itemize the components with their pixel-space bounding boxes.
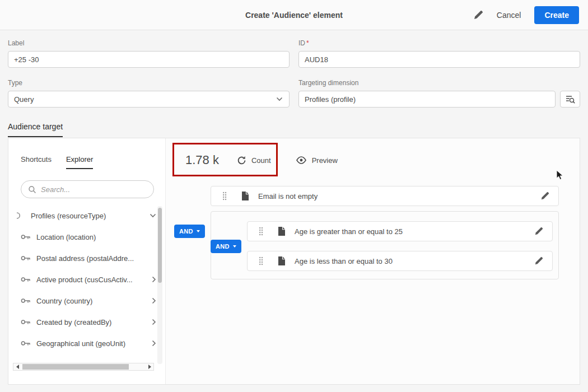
page-title: Create 'Audience' element: [245, 11, 343, 20]
type-field-group: Type: [8, 79, 290, 108]
preview-button[interactable]: Preview: [296, 156, 338, 165]
horizontal-scrollbar-thumb[interactable]: [22, 364, 129, 370]
operator-and-inner[interactable]: AND: [211, 240, 241, 253]
type-select-value[interactable]: [8, 91, 290, 108]
targeting-field-group: Targeting dimension: [298, 79, 580, 108]
create-audience-dialog: Create 'Audience' element Cancel Create …: [0, 0, 588, 392]
drag-handle-icon[interactable]: [259, 256, 263, 265]
tree-item-created-by[interactable]: Created by (createdBy): [8, 311, 165, 333]
tree-item-location[interactable]: Location (location): [8, 226, 165, 248]
count-value: 1.78 k: [185, 153, 219, 167]
tree-item-country[interactable]: Country (country): [8, 290, 165, 311]
pencil-icon: [534, 227, 543, 236]
query-builder: 1.78 k Count Preview Email is not empty: [166, 138, 580, 384]
condition-document-icon: [278, 256, 286, 265]
operator-and-outer[interactable]: AND: [174, 225, 205, 238]
required-asterisk: *: [306, 39, 309, 47]
scroll-right-arrow[interactable]: [146, 363, 153, 370]
tree-item-postal-address[interactable]: Postal address (postalAddre...: [8, 248, 165, 269]
eye-icon: [296, 156, 307, 164]
attribute-link-icon: [21, 276, 31, 283]
id-label-text: ID: [298, 39, 305, 47]
tab-explorer[interactable]: Explorer: [66, 155, 93, 169]
chevron-right-icon[interactable]: [152, 276, 156, 283]
condition-document-icon: [241, 192, 249, 200]
type-field-label: Type: [8, 79, 290, 87]
form: Label ID* Type Targeting dimension: [8, 30, 580, 108]
count-button[interactable]: Count: [237, 156, 271, 165]
attribute-link-icon: [21, 340, 31, 347]
count-row: 1.78 k Count Preview: [185, 151, 338, 170]
tree-item-label: Profiles (resourceType): [31, 212, 106, 220]
label-input[interactable]: [8, 51, 290, 68]
caret-down-icon: [233, 245, 236, 248]
edit-condition-button[interactable]: [540, 192, 549, 200]
operator-label: AND: [179, 228, 193, 235]
scroll-left-arrow[interactable]: [13, 363, 21, 370]
count-button-label: Count: [251, 156, 271, 165]
chevron-right-icon[interactable]: [152, 297, 156, 304]
condition-label: Age is less than or equal to 30: [295, 257, 393, 265]
clipped-resource-icon: [16, 212, 21, 220]
tab-audience-target[interactable]: Audience target: [8, 122, 63, 137]
tab-shortcuts[interactable]: Shortcuts: [21, 155, 52, 169]
condition-row-age-lte[interactable]: Age is less than or equal to 30: [247, 251, 553, 271]
condition-row-age-gte[interactable]: Age is greater than or equal to 25: [247, 221, 553, 241]
workspace-panel: Shortcuts Explorer Profiles (resourceTyp…: [8, 138, 580, 385]
pencil-icon: [473, 10, 483, 20]
edit-condition-button[interactable]: [534, 256, 543, 265]
horizontal-scrollbar[interactable]: [13, 363, 154, 371]
pencil-icon: [540, 192, 549, 200]
targeting-field-label: Targeting dimension: [298, 79, 580, 87]
condition-label: Age is greater than or equal to 25: [295, 227, 403, 236]
attribute-link-icon: [21, 255, 31, 262]
preview-button-label: Preview: [312, 156, 338, 165]
edit-condition-button[interactable]: [534, 227, 543, 236]
tree-item-label: Location (location): [36, 233, 96, 241]
label-field-group: Label: [8, 39, 290, 68]
search-icon: [28, 185, 36, 194]
pencil-icon: [534, 256, 543, 265]
attribute-link-icon: [21, 319, 31, 325]
chevron-right-icon[interactable]: [152, 319, 156, 325]
tree-item-geographical-unit[interactable]: Geographical unit (geoUnit): [8, 333, 165, 354]
tree-item-active-product[interactable]: Active product (cusCusActiv...: [8, 269, 165, 290]
create-button[interactable]: Create: [534, 6, 579, 24]
label-field-label: Label: [8, 39, 290, 47]
drag-handle-icon[interactable]: [259, 227, 263, 236]
type-select[interactable]: [8, 91, 290, 108]
horizontal-scrollbar-track[interactable]: [21, 363, 146, 370]
section-tabs: Audience target: [8, 122, 63, 137]
operator-label: AND: [216, 243, 230, 250]
vertical-scrollbar-thumb[interactable]: [158, 208, 162, 283]
vertical-scrollbar[interactable]: [157, 206, 162, 364]
drag-handle-icon[interactable]: [222, 192, 227, 200]
chevron-right-icon[interactable]: [152, 340, 156, 347]
condition-document-icon: [278, 227, 286, 236]
edit-button[interactable]: [473, 10, 483, 20]
refresh-icon: [237, 156, 246, 165]
id-field-group: ID*: [298, 39, 580, 68]
explorer-tabs: Shortcuts Explorer: [8, 138, 165, 169]
header: Create 'Audience' element Cancel Create: [0, 0, 588, 30]
select-dimension-button[interactable]: [560, 91, 580, 108]
id-input[interactable]: [298, 51, 580, 68]
condition-row-email[interactable]: Email is not empty: [211, 186, 559, 206]
tree-item-label: Country (country): [36, 297, 92, 305]
attribute-link-icon: [21, 297, 31, 304]
tree-item-profiles[interactable]: Profiles (resourceType): [8, 205, 165, 226]
condition-label: Email is not empty: [258, 192, 318, 200]
tree-item-label: Created by (createdBy): [36, 318, 111, 326]
tree-item-label: Active product (cusCusActiv...: [36, 276, 133, 284]
condition-group: Age is greater than or equal to 25 Age i…: [211, 211, 559, 279]
search-input[interactable]: [41, 185, 147, 194]
tree-item-label: Geographical unit (geoUnit): [36, 339, 125, 348]
cancel-button[interactable]: Cancel: [497, 11, 521, 20]
dimension-list-search-icon: [565, 94, 575, 104]
id-field-label: ID*: [298, 39, 580, 47]
explorer-panel: Shortcuts Explorer Profiles (resourceTyp…: [8, 138, 166, 384]
targeting-dimension-input[interactable]: [298, 91, 556, 108]
chevron-down-icon[interactable]: [150, 213, 156, 218]
search-box: [21, 180, 154, 198]
resource-tree: Profiles (resourceType) Location (locati…: [8, 205, 165, 354]
